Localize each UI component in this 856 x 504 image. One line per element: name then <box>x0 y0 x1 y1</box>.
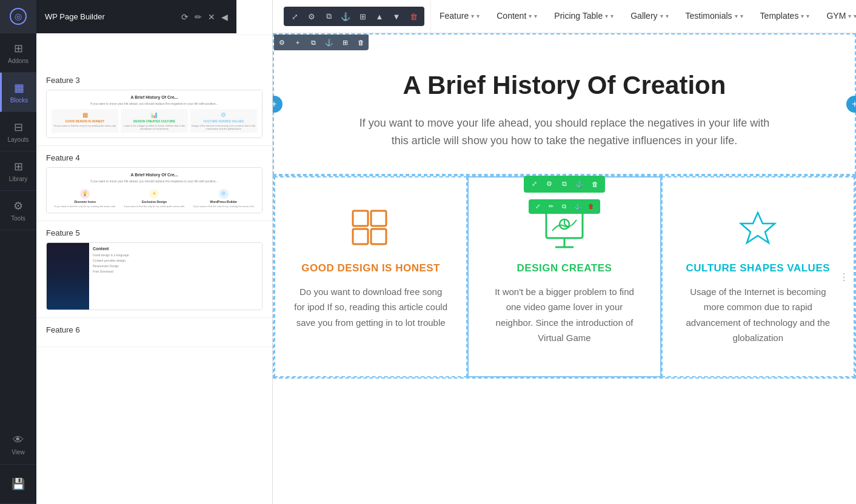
toolbar-move-btn[interactable]: ⤢ <box>287 9 302 24</box>
app-icon-refresh[interactable]: ⟳ <box>181 12 189 22</box>
feature4-preview[interactable]: 🔗 VIEW BLOCK A Brief History Of Cre... I… <box>46 167 262 213</box>
gym-chevron: ▾ <box>848 13 851 19</box>
feature2-icon <box>487 208 641 250</box>
toolbar-duplicate-btn[interactable]: ⧉ <box>321 9 336 24</box>
templates-chevron: ▾ <box>801 13 804 19</box>
feat-toolbar-settings[interactable]: ⚙ <box>543 177 556 191</box>
hero-section: ⚙ + ⧉ ⚓ ⊞ 🗑 + + A Brief History Of Creat… <box>273 33 856 175</box>
features-columns: GOOD DESIGN IS HONEST Do you want to dow… <box>274 176 855 377</box>
pricing-chevron: ▾ <box>605 13 608 19</box>
toolbar-down-btn[interactable]: ▼ <box>389 9 404 24</box>
col2-inner-move[interactable]: ⤢ <box>532 201 544 213</box>
app-header-bar: WP Page Builder ⟳ ✏ ✕ ◀ <box>36 0 236 33</box>
toolbar-layout-btn[interactable]: ⊞ <box>355 9 370 24</box>
sidebar-item-blocks[interactable]: ▦ Blocks <box>0 73 36 112</box>
app-icon-edit[interactable]: ✏ <box>195 12 202 22</box>
feature4-label: Feature 4 <box>46 153 262 162</box>
feat-toolbar-duplicate[interactable]: ⧉ <box>558 177 571 191</box>
sidebar-item-tools[interactable]: ⚙ Tools <box>0 191 36 230</box>
panel-content: Feature 3 🔗 VIEW BLOCK A Brief History O… <box>36 68 272 504</box>
sidebar-item-save[interactable]: 💾 <box>0 465 36 504</box>
nav-item-testimonials[interactable]: Testimonials ▾ ▾ <box>677 0 752 33</box>
hero-add-right[interactable]: + <box>846 96 856 113</box>
app-logo: ◎ <box>0 0 36 33</box>
view-icon: 👁 <box>13 434 24 446</box>
feature-chevron: ▾ <box>471 13 474 19</box>
hero-add-left[interactable]: + <box>273 96 283 113</box>
feature5-content: Content Good design is a language. Conte… <box>89 243 262 310</box>
block-item-feature4: Feature 4 🔗 VIEW BLOCK A Brief History O… <box>36 146 272 221</box>
app-icon-collapse[interactable]: ◀ <box>221 12 228 22</box>
feature3-col-text: Usage of the Internet is becoming more c… <box>681 284 835 346</box>
sidebar-item-addons[interactable]: ⊞ Addons <box>0 33 36 73</box>
hero-toolbar-layout[interactable]: ⊞ <box>337 35 353 50</box>
toolbar-up-btn[interactable]: ▲ <box>372 9 387 24</box>
top-nav: ⤢ ⚙ ⧉ ⚓ ⊞ ▲ ▼ 🗑 Feature ▾ ▾ Content ▾ ▾ <box>273 0 856 33</box>
col3-three-dots[interactable]: ⋮ <box>839 271 849 282</box>
tools-icon: ⚙ <box>13 199 23 213</box>
hero-title: A Brief History Of Creation <box>298 71 831 100</box>
save-icon: 💾 <box>12 477 25 491</box>
hero-section-toolbar: ⚙ + ⧉ ⚓ ⊞ 🗑 <box>274 35 369 50</box>
features-section: ⤢ ⚙ ⧉ ⚓ 🗑 <box>273 175 856 379</box>
col2-inner-duplicate[interactable]: ⧉ <box>558 201 570 213</box>
feature4-col3: ⚙ WordPress Builder If you want to find … <box>190 187 257 208</box>
content-chevron: ▾ <box>529 13 532 19</box>
canvas-area[interactable]: ⚙ + ⧉ ⚓ ⊞ 🗑 + + A Brief History Of Creat… <box>273 33 856 504</box>
blocks-panel: ← Blocks WP Page Builder ⟳ ✏ ✕ ◀ Feature… <box>36 0 273 504</box>
addons-icon: ⊞ <box>14 42 23 55</box>
feature5-image <box>47 243 89 310</box>
feat-toolbar-move[interactable]: ⤢ <box>527 177 541 191</box>
gym-chevron2: ▾ <box>854 13 856 19</box>
app-icon-close[interactable]: ✕ <box>208 12 215 22</box>
feature2-text: It won't be a bigger problem to find one… <box>487 284 641 346</box>
nav-item-pricing-table[interactable]: Pricing Table ▾ ▾ <box>546 0 622 33</box>
toolbar-settings-btn[interactable]: ⚙ <box>304 9 319 24</box>
feature3-mini-subtext: If you want to move your life ahead, you… <box>52 102 257 105</box>
feature3-col-title: CULTURE SHAPES VALUES <box>681 262 835 274</box>
gallery-chevron: ▾ <box>660 13 663 19</box>
feature-col-2: ⤢ ⚙ ⧉ ⚓ 🗑 ⤢ ✏ ⧉ ⚓ 🗑 <box>467 176 661 377</box>
hero-toolbar-duplicate[interactable]: ⧉ <box>306 35 321 50</box>
nav-item-content[interactable]: Content ▾ ▾ <box>488 0 546 33</box>
testimonials-chevron2: ▾ <box>740 13 743 19</box>
feature1-text: Do you want to download free song for ip… <box>293 284 448 331</box>
hero-toolbar-link[interactable]: ⚓ <box>321 35 337 50</box>
feature-col-3: ⋮ CULTURE SHAPES VALUES Usage of the Int… <box>661 176 855 377</box>
hero-toolbar-delete[interactable]: 🗑 <box>353 35 369 50</box>
sidebar-item-library[interactable]: ⊞ Library <box>0 151 36 191</box>
sidebar-item-layouts[interactable]: ⊟ Layouts <box>0 112 36 151</box>
feature4-col2: ★ Exclusive Design If you want to find t… <box>121 187 187 208</box>
feature1-icon <box>293 208 448 250</box>
feature3-col2: 📊 DESIGN CREATES CULTURE I want to be a … <box>121 109 187 133</box>
feature-chevron2: ▾ <box>476 13 480 19</box>
toolbar-anchor-btn[interactable]: ⚓ <box>338 9 353 24</box>
nav-item-gallery[interactable]: Gallery ▾ ▾ <box>622 0 677 33</box>
block-item-feature5: Feature 5 🔗 VIEW BLOCK Content Good desi… <box>36 221 272 318</box>
col2-inner-delete[interactable]: 🗑 <box>585 201 597 213</box>
col2-inner-edit[interactable]: ✏ <box>545 201 557 213</box>
block-item-feature3: Feature 3 🔗 VIEW BLOCK A Brief History O… <box>36 68 272 146</box>
testimonials-chevron: ▾ <box>735 13 738 19</box>
feat-toolbar-delete[interactable]: 🗑 <box>588 177 601 191</box>
top-toolbar: ⤢ ⚙ ⧉ ⚓ ⊞ ▲ ▼ 🗑 <box>284 7 424 26</box>
hero-toolbar-settings[interactable]: ⚙ <box>274 35 290 50</box>
toolbar-delete-btn[interactable]: 🗑 <box>406 9 421 24</box>
feature3-label: Feature 3 <box>46 76 262 85</box>
sidebar-item-view[interactable]: 👁 View <box>0 425 36 465</box>
sidebar: ◎ ⊞ Addons ▦ Blocks ⊟ Layouts ⊞ Library … <box>0 0 36 504</box>
pricing-chevron2: ▾ <box>610 13 614 19</box>
nav-item-gym[interactable]: GYM ▾ ▾ <box>818 0 856 33</box>
gallery-chevron2: ▾ <box>666 13 669 19</box>
nav-item-feature[interactable]: Feature ▾ ▾ <box>431 0 488 33</box>
hero-toolbar-add[interactable]: + <box>290 35 306 50</box>
feature5-preview[interactable]: 🔗 VIEW BLOCK Content Good design is a la… <box>46 242 262 310</box>
col2-inner-toolbar: ⤢ ✏ ⧉ ⚓ 🗑 <box>529 199 600 214</box>
col2-inner-anchor[interactable]: ⚓ <box>572 201 584 213</box>
feature3-col1: ▦ GOOD DESIGN IS HONEST Do you want to f… <box>52 109 118 133</box>
feature4-col1: 💡 Discover Icons If you want to find the… <box>52 187 118 208</box>
library-icon: ⊞ <box>14 160 23 173</box>
nav-item-templates[interactable]: Templates ▾ ▾ <box>752 0 818 33</box>
feat-toolbar-anchor[interactable]: ⚓ <box>573 177 586 191</box>
feature3-preview[interactable]: 🔗 VIEW BLOCK A Brief History Of Cre... I… <box>46 90 262 138</box>
